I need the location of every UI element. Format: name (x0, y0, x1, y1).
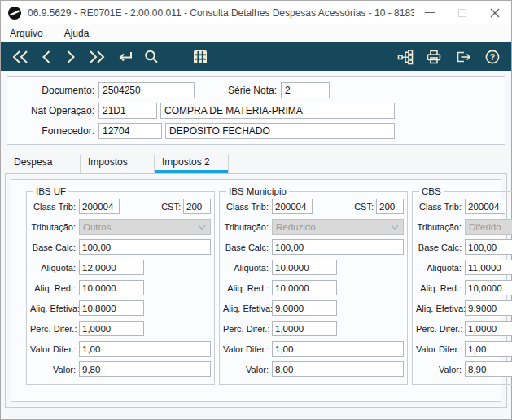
first-record-button[interactable] (11, 49, 29, 65)
documento-input[interactable] (98, 82, 195, 98)
ibs-municipio-aliq-red-label: Aliq. Red.: (223, 283, 272, 293)
ibs-uf-group-title: IBS UF (33, 186, 68, 196)
title-bar: 06.9.5629 - RE0701E - 2.00.00.011 - Cons… (1, 1, 511, 24)
chevron-left-icon (39, 49, 54, 65)
ibs-municipio-cst-input[interactable] (376, 199, 404, 214)
ibs-municipio-class-trib-input[interactable] (272, 199, 313, 214)
enter-button[interactable] (116, 49, 133, 65)
cbs-tributacao-value: Diferido (469, 222, 501, 232)
window-title: 06.9.5629 - RE0701E - 2.00.00.011 - Cons… (28, 7, 414, 19)
ibs-municipio-valor-difer-row: Valor Difer.: (223, 339, 404, 359)
ibs-municipio-tributacao-value: Reduzido (276, 222, 316, 232)
nat-operacao-code-input[interactable] (98, 103, 157, 119)
help-icon: ? (484, 49, 501, 65)
next-record-button[interactable] (63, 49, 78, 65)
cbs-tributacao-select[interactable]: Diferido (465, 219, 512, 235)
maximize-button[interactable] (446, 1, 479, 24)
cbs-class-trib-input[interactable] (465, 199, 505, 214)
ibs-uf-tributacao-select[interactable]: Outros (79, 219, 211, 235)
ibs-uf-aliq-efetiva-input[interactable] (79, 300, 144, 316)
exit-icon (454, 49, 472, 65)
ibs-municipio-tributacao-label: Tributação: (223, 222, 272, 232)
cbs-aliquota-label: Aliquota: (416, 263, 465, 273)
cbs-aliq-red-input[interactable] (465, 280, 512, 295)
cbs-base-calc-input[interactable] (465, 239, 512, 255)
cbs-base-calc-row: Base Calc: (416, 237, 512, 257)
nat-operacao-desc-input[interactable] (160, 103, 395, 119)
cbs-aliq-efetiva-input[interactable] (465, 300, 512, 316)
serie-nota-input[interactable] (281, 82, 330, 98)
grid-button[interactable] (192, 49, 208, 65)
menu-arquivo[interactable]: Arquivo (10, 28, 43, 39)
toolbar-right-group: ? (397, 49, 501, 65)
ibs-uf-valor-row: Valor: (30, 359, 211, 379)
enter-icon (116, 49, 133, 65)
ibs-uf-aliq-red-input[interactable] (79, 280, 144, 295)
tab-impostos[interactable]: Impostos (81, 155, 155, 173)
fornecedor-code-input[interactable] (98, 123, 162, 139)
ibs-uf-perc-difer-input[interactable] (79, 321, 144, 336)
ibs-municipio-aliq-efetiva-label: Aliq. Efetiva: (223, 304, 272, 313)
menu-ajuda[interactable]: Ajuda (64, 28, 90, 39)
ibs-uf-valor-difer-input[interactable] (79, 341, 211, 357)
close-icon (490, 8, 500, 18)
ibs-uf-class-trib-input[interactable] (79, 199, 120, 214)
cbs-valor-difer-input[interactable] (465, 341, 512, 357)
tree-view-button[interactable] (397, 49, 414, 65)
documento-row: Documento: Série Nota: (7, 80, 505, 100)
ibs-uf-aliq-efetiva-label: Aliq. Efetiva: (30, 304, 79, 313)
ibs-uf-aliquota-label: Aliquota: (30, 263, 79, 273)
ibs-municipio-base-calc-row: Base Calc: (223, 237, 404, 257)
ibs-municipio-aliq-efetiva-input[interactable] (272, 300, 337, 316)
tab-impostos-2[interactable]: Impostos 2 (155, 155, 229, 173)
ibs-municipio-tributacao-select[interactable]: Reduzido (272, 219, 404, 235)
ibs-uf-tributacao-value: Outros (83, 222, 112, 232)
cbs-class-trib-row: Class Trib:CST: (416, 196, 512, 217)
search-button[interactable] (143, 49, 160, 65)
ibs-municipio-tributacao-row: Tributação:Reduzido (223, 217, 404, 237)
ibs-municipio-class-trib-label: Class Trib: (223, 202, 272, 212)
ibs-municipio-aliq-red-input[interactable] (272, 280, 337, 295)
ibs-municipio-aliquota-label: Aliquota: (223, 263, 272, 273)
ibs-uf-base-calc-input[interactable] (79, 239, 211, 255)
ibs-municipio-valor-difer-label: Valor Difer.: (223, 344, 272, 354)
tab-despesa[interactable]: Despesa (7, 155, 81, 173)
ibs-uf-cst-input[interactable] (183, 199, 211, 214)
tab-content-panel: IBS UFClass Trib:CST:Tributação:OutrosBa… (5, 173, 507, 408)
last-record-button[interactable] (88, 49, 106, 65)
ibs-municipio-valor-input[interactable] (272, 361, 404, 377)
close-button[interactable] (479, 1, 511, 24)
fornecedor-desc-input[interactable] (165, 123, 395, 139)
exit-button[interactable] (454, 49, 472, 65)
fornecedor-row: Fornecedor: (7, 120, 505, 141)
search-icon (143, 49, 160, 65)
cbs-aliq-red-label: Aliq. Red.: (416, 283, 465, 293)
minimize-icon (425, 12, 435, 13)
cbs-valor-input[interactable] (465, 361, 512, 377)
ibs-municipio-perc-difer-input[interactable] (272, 321, 337, 336)
ibs-municipio-perc-difer-row: Perc. Difer.: (223, 318, 404, 339)
ibs-uf-aliquota-input[interactable] (79, 260, 144, 275)
previous-record-button[interactable] (39, 49, 54, 65)
tab-strip: DespesaImpostosImpostos 2 (7, 155, 511, 173)
ibs-municipio-aliquota-input[interactable] (272, 260, 337, 275)
ibs-uf-base-calc-row: Base Calc: (30, 237, 211, 257)
ibs-municipio-base-calc-input[interactable] (272, 239, 404, 255)
help-button[interactable]: ? (484, 49, 501, 65)
chevron-down-icon (197, 223, 207, 231)
ibs-municipio-valor-difer-input[interactable] (272, 341, 404, 357)
ibs-uf-aliq-red-row: Aliq. Red.: (30, 278, 211, 298)
cbs-perc-difer-input[interactable] (465, 321, 512, 336)
app-logo-icon (7, 6, 22, 20)
ibs-municipio-aliq-efetiva-row: Aliq. Efetiva: (223, 298, 404, 318)
cbs-valor-row: Valor: (416, 359, 512, 379)
cbs-aliquota-input[interactable] (465, 260, 512, 275)
print-button[interactable] (426, 49, 442, 65)
cbs-tributacao-row: Tributação:Diferido (416, 217, 512, 237)
chevron-down-icon (390, 223, 400, 231)
minimize-button[interactable] (414, 1, 446, 24)
ibs-uf-valor-input[interactable] (79, 361, 211, 377)
cbs-aliq-red-row: Aliq. Red.: (416, 278, 512, 298)
ibs-municipio-cst-label: CST: (353, 202, 376, 212)
nat-operacao-row: Nat Operação: (7, 100, 505, 120)
